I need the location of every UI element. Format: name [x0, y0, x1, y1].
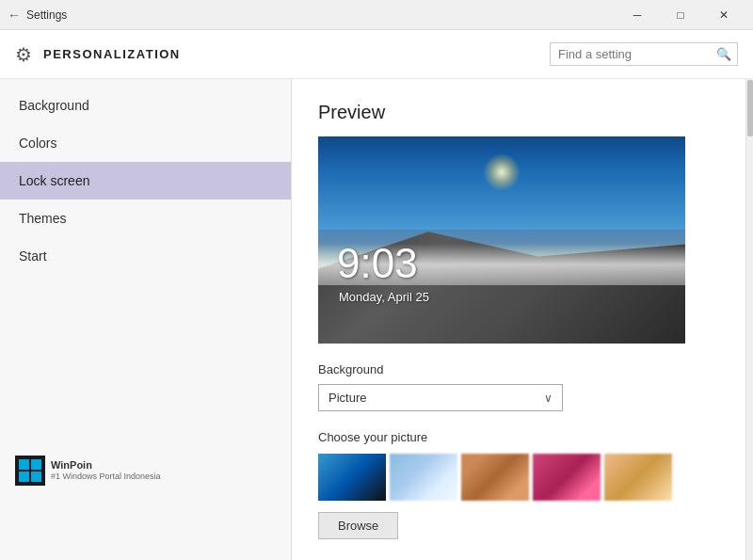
winpoin-text: WinPoin #1 Windows Portal Indonesia: [51, 458, 161, 483]
search-box[interactable]: 🔍: [550, 42, 738, 66]
sidebar-item-themes[interactable]: Themes: [0, 200, 291, 237]
sidebar: Background Colors Lock screen Themes Sta…: [0, 79, 292, 560]
picture-thumb-1[interactable]: [318, 454, 386, 501]
picture-thumb-4[interactable]: [533, 454, 601, 501]
svg-rect-3: [19, 472, 29, 482]
preview-image: 9:03 Monday, April 25: [318, 136, 685, 344]
dropdown-value: Picture: [328, 391, 544, 405]
picture-thumb-5[interactable]: [604, 454, 672, 501]
winpoin-icon: [15, 456, 45, 486]
winpoin-logo: WinPoin #1 Windows Portal Indonesia: [15, 456, 298, 486]
search-icon: 🔍: [716, 47, 731, 61]
svg-rect-1: [19, 459, 29, 470]
winpoin-main-text: WinPoin: [51, 458, 161, 472]
content-area: Preview 9:03 Monday, April 25 Background…: [292, 79, 753, 560]
background-label: Background: [318, 362, 719, 376]
picture-grid: [318, 454, 719, 501]
maximize-button[interactable]: □: [659, 0, 702, 30]
app-header: ⚙ PERSONALIZATION 🔍: [0, 30, 753, 79]
content: Preview 9:03 Monday, April 25 Background…: [292, 79, 745, 560]
gear-icon: ⚙: [15, 43, 32, 66]
sun-glow: [483, 153, 521, 191]
close-button[interactable]: ✕: [702, 0, 745, 30]
lock-time: 9:03: [337, 240, 418, 287]
lock-date: Monday, April 25: [339, 290, 429, 304]
scrollbar-thumb[interactable]: [747, 80, 753, 136]
picture-thumb-3[interactable]: [461, 454, 529, 501]
svg-rect-2: [31, 459, 41, 470]
back-icon[interactable]: ←: [8, 8, 21, 23]
choose-picture-label: Choose your picture: [318, 430, 719, 444]
background-dropdown[interactable]: Picture ∨: [318, 384, 563, 411]
app-title: PERSONALIZATION: [43, 47, 550, 61]
main-layout: Background Colors Lock screen Themes Sta…: [0, 79, 753, 560]
chevron-down-icon: ∨: [544, 392, 553, 405]
winpoin-sub-text: #1 Windows Portal Indonesia: [51, 472, 161, 483]
window-controls: ─ □ ✕: [616, 0, 745, 30]
preview-title: Preview: [318, 102, 719, 123]
scrollbar[interactable]: [745, 79, 753, 560]
picture-thumb-2[interactable]: [390, 454, 457, 501]
window-title: Settings: [26, 8, 616, 22]
title-bar: ← Settings ─ □ ✕: [0, 0, 753, 30]
sidebar-item-lock-screen[interactable]: Lock screen: [0, 162, 291, 200]
minimize-button[interactable]: ─: [616, 0, 659, 30]
svg-rect-4: [31, 472, 41, 482]
sidebar-item-start[interactable]: Start: [0, 237, 291, 275]
sidebar-item-colors[interactable]: Colors: [0, 124, 291, 162]
browse-button[interactable]: Browse: [318, 512, 398, 539]
sidebar-item-background[interactable]: Background: [0, 87, 291, 124]
search-input[interactable]: [558, 47, 716, 61]
